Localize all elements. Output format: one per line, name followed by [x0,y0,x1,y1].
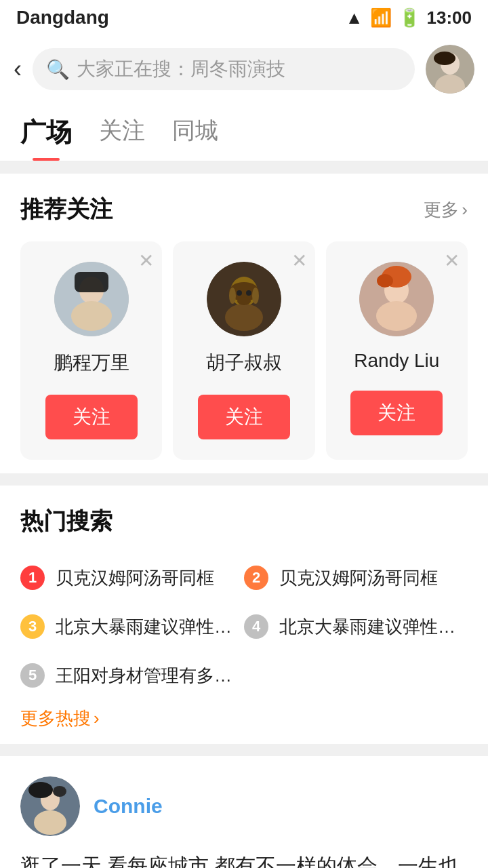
back-button[interactable]: ‹ [14,55,22,83]
hot-text-4: 北京大暴雨建议弹性… [279,615,455,639]
svg-point-14 [237,290,242,296]
chevron-right-icon: › [462,199,468,220]
hot-item-4[interactable]: 4 北京大暴雨建议弹性… [244,602,468,651]
svg-point-24 [34,810,66,835]
app-name: Dangdang [16,7,109,28]
search-placeholder: 大家正在搜：周冬雨演技 [77,56,285,82]
rec-avatar-3 [359,262,434,336]
status-icons: ▲ 📶 🔋 13:00 [346,7,472,28]
post-avatar [20,776,80,836]
post-content: 逛了一天,看每座城市,都有不一样的体会，一生也就这样吧… [20,850,468,868]
hot-search-grid: 1 贝克汉姆阿汤哥同框 2 贝克汉姆阿汤哥同框 3 北京大暴雨建议弹性… 4 北… [20,553,468,700]
rec-avatar-2 [207,262,281,336]
svg-point-12 [229,288,236,304]
signal-icon: 📶 [370,7,392,28]
recommend-cards: ✕ 鹏程万里 关注 ✕ [15,241,473,460]
rank-badge-4: 4 [244,614,268,639]
close-card-2-button[interactable]: ✕ [291,250,307,272]
hot-text-3: 北京大暴雨建议弹性… [56,615,232,639]
rec-card-1: ✕ 鹏程万里 关注 [20,241,162,460]
post-username: Connie [94,795,163,818]
tab-guangchang[interactable]: 广场 [20,103,72,161]
close-card-1-button[interactable]: ✕ [138,250,154,272]
search-icon: 🔍 [46,58,70,81]
tab-tongcheng[interactable]: 同城 [172,103,218,161]
more-link[interactable]: 更多 › [424,198,468,222]
rank-badge-1: 1 [20,566,45,590]
wifi-icon: ▲ [346,7,363,28]
hot-item-2[interactable]: 2 贝克汉姆阿汤哥同框 [244,553,468,602]
rank-badge-3: 3 [20,614,45,639]
hot-search-section: 热门搜索 1 贝克汉姆阿汤哥同框 2 贝克汉姆阿汤哥同框 3 北京大暴雨建议弹性… [0,486,488,744]
nav-tabs: 广场 关注 同城 [0,103,488,161]
rec-name-3: Randy Liu [354,350,439,372]
svg-point-15 [246,290,251,296]
svg-point-19 [376,301,417,331]
rank-badge-5: 5 [20,663,45,688]
hot-item-1[interactable]: 1 贝克汉姆阿汤哥同框 [20,553,244,602]
hot-search-title: 热门搜索 [20,506,468,537]
follow-button-3[interactable]: 关注 [350,391,443,435]
status-bar: Dangdang ▲ 📶 🔋 13:00 [0,0,488,35]
rec-card-2: ✕ 胡子叔叔 关注 [173,241,314,460]
user-avatar[interactable] [426,45,474,94]
svg-point-21 [377,274,393,288]
recommend-title: 推荐关注 [20,194,113,225]
rank-badge-2: 2 [244,566,268,590]
tab-guanzhu[interactable]: 关注 [99,103,145,161]
hot-item-5[interactable]: 5 王阳对身材管理有多… [20,651,244,700]
search-input-wrap[interactable]: 🔍 大家正在搜：周冬雨演技 [33,48,415,90]
svg-point-26 [53,786,66,797]
svg-point-11 [225,304,263,331]
rec-name-2: 胡子叔叔 [206,350,282,376]
recommend-section: 推荐关注 更多 › ✕ 鹏程万里 关注 ✕ [0,174,488,473]
post-header: Connie [20,776,468,836]
svg-point-6 [71,301,112,331]
rec-name-1: 鹏程万里 [54,350,129,376]
rec-avatar-1 [54,262,129,336]
svg-rect-7 [75,272,108,292]
svg-point-16 [237,297,251,305]
hot-text-2: 贝克汉姆阿汤哥同框 [279,566,438,590]
hot-item-3[interactable]: 3 北京大暴雨建议弹性… [20,602,244,651]
svg-point-13 [252,288,259,304]
close-card-3-button[interactable]: ✕ [444,250,460,272]
svg-point-3 [434,52,455,65]
hot-text-1: 贝克汉姆阿汤哥同框 [56,566,214,590]
more-hot-link[interactable]: 更多热搜 › [20,707,468,730]
time-display: 13:00 [427,7,472,28]
post-card: Connie 逛了一天,看每座城市,都有不一样的体会，一生也就这样吧… 上海市·… [0,756,488,868]
search-bar-row: ‹ 🔍 大家正在搜：周冬雨演技 [0,35,488,103]
svg-point-25 [28,782,53,798]
battery-icon: 🔋 [399,7,420,28]
follow-button-2[interactable]: 关注 [198,395,290,439]
hot-text-5: 王阳对身材管理有多… [56,664,232,688]
chevron-right-icon-hot: › [94,708,100,729]
follow-button-1[interactable]: 关注 [45,395,138,439]
rec-card-3: ✕ Randy Liu 关注 [326,241,468,460]
section-header: 推荐关注 更多 › [20,194,468,225]
